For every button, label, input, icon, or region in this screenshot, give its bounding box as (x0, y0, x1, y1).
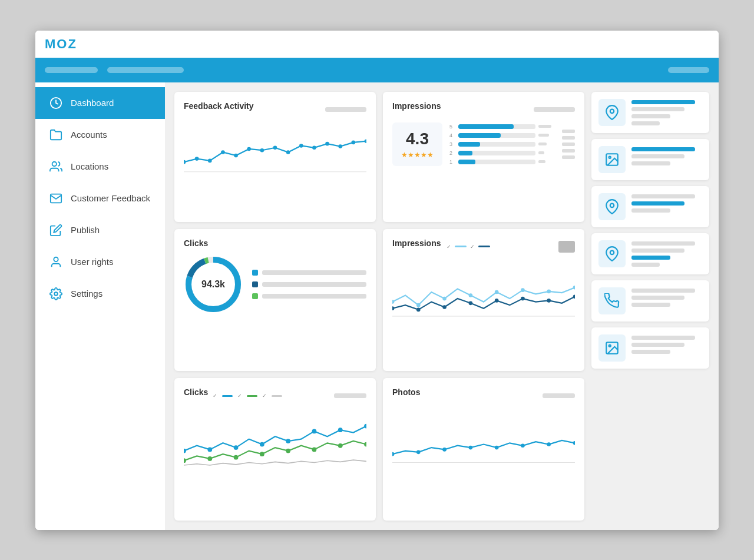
right-icon-box-3 (598, 193, 626, 220)
right-lines-6 (631, 336, 702, 354)
impressions2-toggle[interactable] (558, 241, 575, 253)
photos-card: Photos (383, 378, 584, 520)
note-edit-icon (48, 223, 64, 238)
svg-point-42 (469, 301, 473, 305)
svg-point-65 (416, 450, 421, 455)
sidebar-item-settings[interactable]: Settings (35, 278, 165, 310)
right-icon-box-2 (598, 146, 626, 173)
photos-chart (392, 409, 575, 473)
svg-point-67 (469, 446, 473, 450)
impressions-card: Impressions 4.3 ★★★★★ 5 (383, 92, 584, 222)
legend-line-light (455, 246, 467, 247)
right-lines-1 (631, 100, 702, 125)
phone-icon (604, 293, 620, 309)
donut-label: 94.3k (201, 279, 225, 290)
svg-point-15 (325, 141, 329, 145)
sidebar-item-user-rights[interactable]: User rights (35, 246, 165, 278)
sidebar-item-locations[interactable]: Locations (35, 151, 165, 183)
svg-point-40 (416, 307, 421, 312)
svg-point-44 (521, 297, 525, 301)
sidebar-item-dashboard[interactable]: Dashboard (35, 87, 165, 119)
svg-point-69 (521, 444, 525, 448)
right-card-1[interactable] (591, 92, 709, 133)
clicks2-filter[interactable] (334, 393, 366, 398)
bar-fill-1 (458, 160, 475, 164)
svg-point-59 (260, 452, 264, 456)
bar-fill-5 (458, 124, 514, 129)
svg-point-34 (469, 293, 473, 297)
impressions2-header: Impressions ✓ ✓ (392, 238, 575, 255)
sidebar-label-accounts: Accounts (71, 130, 107, 140)
impressions2-legend: ✓ ✓ (447, 244, 490, 250)
bars-right-labels (562, 122, 575, 166)
right-card-6[interactable] (591, 327, 709, 369)
svg-point-1 (52, 161, 57, 165)
svg-point-33 (442, 297, 447, 301)
svg-point-4 (184, 160, 186, 164)
sidebar-label-user-rights: User rights (71, 257, 114, 267)
svg-point-36 (521, 288, 525, 292)
sidebar-label-customer-feedback: Customer Feedback (71, 193, 150, 204)
clicks-content: 94.3k (184, 255, 366, 314)
svg-point-8 (234, 153, 238, 157)
gear-icon (48, 286, 64, 301)
main-content: Feedback Activity (165, 82, 719, 530)
topbar-nav-item-2[interactable] (107, 67, 184, 73)
svg-point-61 (312, 448, 317, 452)
photos-title: Photos (392, 387, 420, 397)
donut-chart: 94.3k (184, 255, 243, 314)
legend-dot-green (252, 293, 258, 299)
bar-row-2: 2 (449, 150, 555, 156)
legend-dot-blue (252, 270, 258, 276)
topbar (35, 58, 719, 82)
svg-point-52 (286, 439, 290, 443)
svg-point-6 (208, 158, 212, 163)
svg-point-70 (547, 442, 551, 446)
svg-point-11 (273, 145, 277, 150)
clicks2-card: Clicks ✓ ✓ ✓ (174, 378, 376, 520)
legend-line-dark (478, 246, 490, 247)
legend-bar-2 (262, 282, 366, 287)
rating-bars: 5 4 3 (449, 122, 555, 166)
clicks2-header: Clicks ✓ ✓ ✓ (184, 387, 366, 404)
app-window: MOZ Dashboard (35, 31, 719, 530)
bar-row-4: 4 (449, 132, 555, 138)
right-card-2[interactable] (591, 139, 709, 180)
app-body: Dashboard Accounts (35, 82, 719, 530)
right-lines-3 (631, 194, 702, 213)
sidebar-item-publish[interactable]: Publish (35, 214, 165, 246)
svg-point-68 (495, 446, 499, 450)
topbar-nav (45, 67, 184, 73)
rating-stars: ★★★★★ (401, 151, 434, 159)
clicks2-legend-green (247, 395, 257, 397)
bar-row-1: 1 (449, 159, 555, 165)
svg-point-22 (609, 156, 611, 158)
legend-bar-3 (262, 294, 366, 299)
right-icon-box-6 (598, 334, 626, 362)
person-icon (48, 254, 64, 270)
sidebar-item-accounts[interactable]: Accounts (35, 119, 165, 151)
svg-point-9 (247, 147, 251, 151)
legend-dot-dark (252, 281, 258, 287)
sidebar-item-customer-feedback[interactable]: Customer Feedback (35, 183, 165, 214)
svg-point-49 (207, 448, 212, 452)
bar-fill-4 (458, 133, 501, 138)
svg-point-32 (416, 303, 421, 307)
svg-point-14 (312, 145, 316, 150)
titlebar: MOZ (35, 31, 719, 58)
topbar-nav-item-1[interactable] (45, 67, 98, 73)
svg-point-5 (195, 157, 199, 161)
svg-point-43 (495, 299, 499, 303)
right-card-5[interactable] (591, 280, 709, 322)
sidebar-label-locations: Locations (71, 161, 108, 172)
topbar-right-item[interactable] (668, 67, 709, 73)
right-card-4[interactable] (591, 233, 709, 274)
svg-point-24 (610, 250, 614, 254)
svg-point-10 (260, 148, 264, 152)
photos-filter[interactable] (543, 393, 575, 398)
rating-number: 4.3 (401, 130, 434, 148)
feedback-activity-filter[interactable] (325, 107, 366, 112)
impressions-filter[interactable] (534, 107, 575, 112)
right-card-3[interactable] (591, 186, 709, 227)
feedback-activity-chart (184, 122, 366, 175)
